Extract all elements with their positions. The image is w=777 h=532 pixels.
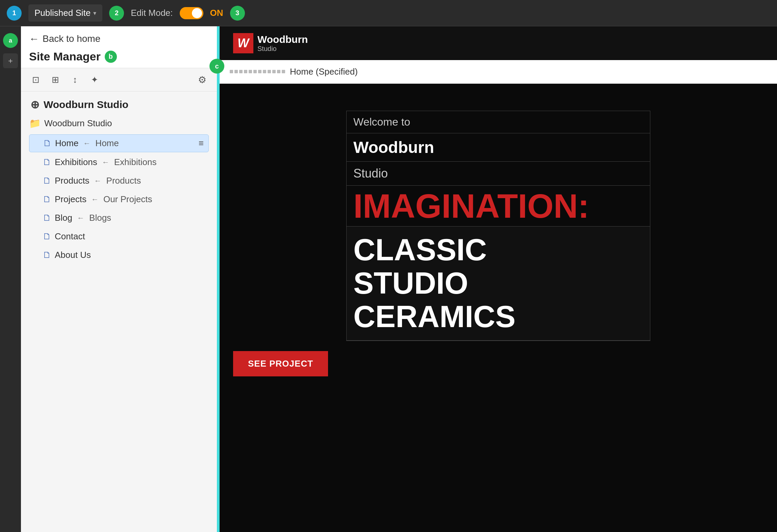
home-mapped-name: Home bbox=[95, 138, 119, 149]
preview-content: Welcome to Woodburn Studio IMAGINATION: … bbox=[220, 84, 777, 532]
tree-item-contact[interactable]: 🗋 Contact bbox=[29, 228, 209, 245]
logo-text: Woodburn Studio bbox=[257, 34, 308, 53]
site-manager-panel: ← Back to home Site Manager b ⊡ ⊞ ↕ ✦ ⚙ … bbox=[21, 26, 217, 532]
panel-resizer[interactable]: c bbox=[217, 26, 220, 532]
projects-mapped-name: Our Projects bbox=[103, 194, 152, 205]
icon-sidebar: a ＋ bbox=[0, 26, 21, 532]
studio-line: Studio bbox=[347, 162, 650, 186]
back-arrow-icon: ← bbox=[29, 33, 39, 45]
tree-item-products[interactable]: 🗋 Products ← Products bbox=[29, 172, 209, 189]
preview-area: W Woodburn Studio bbox=[220, 26, 777, 532]
tree-item-about[interactable]: 🗋 About Us bbox=[29, 246, 209, 264]
topbar: 1 Published Site ▾ 2 Edit Mode: ON 3 bbox=[0, 0, 777, 26]
breadcrumb-dots bbox=[230, 70, 285, 73]
page-icon-contact: 🗋 bbox=[43, 231, 51, 242]
page-icon-products: 🗋 bbox=[43, 176, 51, 186]
logo-subtitle: Studio bbox=[257, 45, 308, 53]
tree-item-blog[interactable]: 🗋 Blog ← Blogs bbox=[29, 209, 209, 227]
home-page-name: Home bbox=[55, 138, 78, 149]
logo-icon: W bbox=[233, 33, 253, 53]
badge-2: 2 bbox=[109, 6, 124, 21]
site-logo: W Woodburn Studio bbox=[233, 33, 308, 53]
edit-mode-label: Edit Mode: bbox=[131, 8, 173, 18]
page-icon-projects: 🗋 bbox=[43, 194, 51, 205]
logo-title: Woodburn bbox=[257, 34, 308, 45]
mapped-arrow-projects: ← bbox=[91, 195, 99, 204]
site-name-text: Woodburn Studio bbox=[44, 99, 128, 110]
exhibitions-page-name: Exhibitions bbox=[55, 157, 97, 167]
site-name-header: ⊕ Woodburn Studio bbox=[29, 98, 209, 111]
products-page-name: Products bbox=[55, 176, 90, 186]
globe-icon: ⊕ bbox=[30, 98, 40, 111]
back-to-home-label: Back to home bbox=[43, 33, 100, 44]
folder-icon: 📁 bbox=[29, 118, 41, 129]
on-label: ON bbox=[210, 8, 223, 18]
tree-list: 🗋 Home ← Home ≡ 🗋 Exhibitions ← Exhibiti… bbox=[29, 134, 209, 264]
badge-1: 1 bbox=[7, 6, 22, 21]
see-project-button[interactable]: SEE PROJECT bbox=[233, 351, 328, 376]
about-page-name: About Us bbox=[55, 250, 91, 260]
settings-icon[interactable]: ⚙ bbox=[195, 73, 209, 86]
toolbar-row: ⊡ ⊞ ↕ ✦ ⚙ bbox=[21, 68, 217, 91]
breadcrumb-text: Home (Specified) bbox=[290, 66, 358, 77]
ceramics-line-2: STUDIO bbox=[353, 267, 643, 300]
exhibitions-mapped-name: Exhibitions bbox=[114, 157, 157, 167]
hero-content: Welcome to Woodburn Studio IMAGINATION: … bbox=[346, 111, 650, 341]
woodburn-bold-line: Woodburn bbox=[347, 133, 650, 162]
edit-mode-toggle[interactable] bbox=[180, 7, 203, 19]
back-to-home-link[interactable]: ← Back to home bbox=[29, 33, 209, 45]
ceramics-block: CLASSIC STUDIO CERAMICS bbox=[347, 227, 650, 341]
blog-page-name: Blog bbox=[55, 213, 72, 223]
products-mapped-name: Products bbox=[106, 176, 141, 186]
contact-page-name: Contact bbox=[55, 231, 85, 242]
sort-icon[interactable]: ↕ bbox=[68, 73, 82, 86]
mapped-arrow-products: ← bbox=[94, 177, 102, 185]
mapped-arrow-exhibitions: ← bbox=[102, 158, 109, 167]
mapped-arrow-blog: ← bbox=[77, 214, 84, 222]
tree-item-home[interactable]: 🗋 Home ← Home ≡ bbox=[29, 134, 209, 152]
tree-item-exhibitions[interactable]: 🗋 Exhibitions ← Exhibitions bbox=[29, 154, 209, 171]
blog-mapped-name: Blogs bbox=[89, 213, 111, 223]
mapped-arrow-home: ← bbox=[83, 139, 91, 148]
collapse-icon[interactable]: ⊡ bbox=[29, 73, 43, 86]
preview-breadcrumb: Home (Specified) bbox=[220, 60, 777, 84]
badge-c: c bbox=[209, 59, 224, 74]
chevron-down-icon: ▾ bbox=[93, 9, 96, 17]
ceramics-line-3: CERAMICS bbox=[353, 300, 643, 334]
site-manager-title-row: Site Manager b bbox=[29, 50, 209, 63]
page-icon-blog: 🗋 bbox=[43, 213, 51, 223]
expand-icon[interactable]: ⊞ bbox=[49, 73, 62, 86]
root-folder-item[interactable]: 📁 Woodburn Studio bbox=[29, 118, 209, 129]
badge-3: 3 bbox=[230, 6, 245, 21]
help-badge-b[interactable]: b bbox=[105, 51, 117, 63]
page-icon-exhibitions: 🗋 bbox=[43, 157, 51, 167]
home-menu-dots[interactable]: ≡ bbox=[199, 138, 204, 149]
imagination-line: IMAGINATION: bbox=[347, 186, 650, 227]
preview-site-header: W Woodburn Studio bbox=[220, 26, 777, 60]
add-button[interactable]: ＋ bbox=[3, 53, 18, 68]
magic-icon[interactable]: ✦ bbox=[88, 73, 101, 86]
main-area: a ＋ ← Back to home Site Manager b ⊡ ⊞ ↕ … bbox=[0, 26, 777, 532]
ceramics-line-1: CLASSIC bbox=[353, 233, 643, 267]
page-icon-home: 🗋 bbox=[43, 138, 52, 149]
tree-item-projects[interactable]: 🗋 Projects ← Our Projects bbox=[29, 191, 209, 208]
published-site-button[interactable]: Published Site ▾ bbox=[28, 4, 102, 22]
site-tree: ⊕ Woodburn Studio 📁 Woodburn Studio 🗋 Ho… bbox=[21, 91, 217, 532]
site-manager-title: Site Manager bbox=[29, 50, 101, 63]
published-site-label: Published Site bbox=[34, 8, 91, 18]
root-folder-label: Woodburn Studio bbox=[44, 118, 112, 129]
page-icon-about: 🗋 bbox=[43, 250, 51, 260]
badge-a: a bbox=[3, 33, 18, 48]
projects-page-name: Projects bbox=[55, 194, 86, 205]
panel-header: ← Back to home Site Manager b bbox=[21, 26, 217, 68]
welcome-line: Welcome to bbox=[347, 111, 650, 133]
